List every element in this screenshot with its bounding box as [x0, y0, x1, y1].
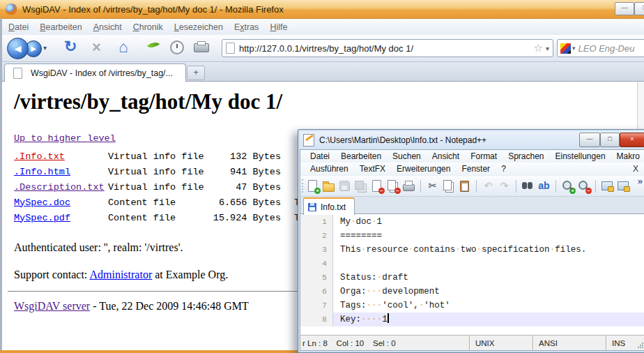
menu-item-ansicht[interactable]: Ansicht [88, 21, 128, 33]
editor-line[interactable]: 3This·resource·contains·two·specificatio… [300, 243, 644, 257]
editor-line[interactable]: 1My·doc·1 [300, 215, 644, 229]
menu-item-ausfhren[interactable]: Ausführen [305, 163, 354, 174]
file-link[interactable]: MySpec.doc [14, 197, 70, 208]
sync-vertical-icon[interactable] [601, 179, 614, 193]
notepadpp-titlebar[interactable]: C:\Users\Martin\Desktop\Info.txt - Notep… [300, 131, 644, 149]
editor-line[interactable]: 4 [300, 257, 644, 271]
addon-clock-icon[interactable] [170, 40, 184, 54]
print-button[interactable] [194, 43, 209, 52]
editor-line[interactable]: 5Status:·draft [300, 271, 644, 285]
editor-line[interactable]: 6Orga:···development [300, 285, 644, 299]
stop-button[interactable]: × [92, 38, 101, 57]
firefox-titlebar[interactable]: WsgiDAV - Index of /virtres/by_tag/hot/M… [0, 0, 644, 19]
back-button[interactable]: ◀ [7, 38, 29, 59]
editor-line[interactable]: 8Key:····1 [300, 313, 644, 326]
menu-item-suchen[interactable]: Suchen [387, 151, 427, 162]
tab-favicon [13, 68, 22, 79]
bookmark-star-icon[interactable]: ☆ [534, 42, 543, 54]
menu-item-bearbeiten[interactable]: Bearbeiten [335, 151, 387, 162]
menu-item-einstellungen[interactable]: Einstellungen [550, 151, 611, 162]
editor-line-text[interactable]: Orga:···development [333, 285, 644, 299]
menu-item-extras[interactable]: Extras [229, 21, 264, 33]
file-link[interactable]: .Info.html [14, 167, 70, 177]
text-caret [388, 313, 389, 323]
browser-tab[interactable]: WsgiDAV - Index of /virtres/by_tag/... [4, 63, 186, 82]
leo-search-engine-icon[interactable] [560, 43, 571, 54]
menu-item-makro[interactable]: Makro [611, 151, 644, 162]
editor-line[interactable]: 2======== [300, 229, 644, 243]
editor-line-text[interactable]: Status:·draft [333, 271, 644, 285]
line-number: 4 [300, 257, 333, 271]
eol-format-status[interactable]: UNIX [469, 336, 532, 350]
search-box[interactable]: ▾ LEO Eng-Deu [557, 39, 644, 57]
file-link[interactable]: .Description.txt [14, 182, 105, 193]
menu-item-fenster[interactable]: Fenster [456, 163, 496, 174]
menu-item-hilfe[interactable]: Hilfe [264, 21, 293, 33]
search-engine-dropdown-icon[interactable]: ▾ [572, 45, 576, 52]
copy-icon[interactable] [442, 179, 455, 193]
editor-line[interactable]: 7Tags:···'cool',·'hot' [300, 299, 644, 313]
editor-line-text[interactable]: Tags:···'cool',·'hot' [333, 299, 644, 313]
minimize-button[interactable]: — [615, 2, 634, 15]
restore-button[interactable]: □ [600, 133, 620, 147]
editor-line-text[interactable] [333, 257, 644, 271]
replace-icon[interactable]: ab [537, 179, 551, 193]
table-row: MySpec.pdfContent file15.924 BytesTu [14, 210, 305, 225]
table-row: MySpec.docContent file6.656 BytesTu [14, 195, 305, 210]
menu-item-datei[interactable]: Datei [305, 151, 335, 162]
close-document-icon[interactable]: X [633, 164, 644, 174]
reload-button[interactable]: ↻ [64, 38, 77, 56]
history-dropdown-icon[interactable]: ▾ [43, 44, 47, 52]
text-editor[interactable]: 1My·doc·12========3This·resource·contain… [300, 214, 644, 335]
zoom-in-icon[interactable]: + [561, 179, 574, 193]
whitespace-dot: · [377, 301, 383, 310]
file-link[interactable]: .Info.txt [14, 151, 65, 162]
encoding-status[interactable]: ANSI [532, 336, 606, 350]
search-placeholder[interactable]: LEO Eng-Deu [578, 43, 635, 54]
addon-leaf-icon[interactable] [147, 39, 160, 51]
find-icon[interactable] [521, 179, 535, 193]
maximize-button[interactable]: □ [634, 2, 644, 15]
menu-item-chronik[interactable]: Chronik [128, 21, 169, 33]
notepadpp-window-title: C:\Users\Martin\Desktop\Info.txt - Notep… [319, 135, 486, 145]
menu-item-sprachen[interactable]: Sprachen [503, 151, 549, 162]
up-to-higher-level-link[interactable]: Up to higher level [14, 133, 116, 144]
sync-horizontal-icon[interactable] [617, 179, 630, 193]
menu-item-textfx[interactable]: TextFX [354, 163, 391, 174]
close-file-icon[interactable]: − [370, 179, 383, 193]
menu-item-ansicht[interactable]: Ansicht [427, 151, 465, 162]
url-bar[interactable]: http://127.0.0.1/virtres/by_tag/hot/My d… [222, 39, 553, 57]
menu-item-[interactable]: ? [496, 163, 512, 174]
menu-item-format[interactable]: Format [465, 151, 503, 162]
menu-item-bearbeiten[interactable]: Bearbeiten [34, 21, 87, 33]
paste-icon[interactable] [458, 179, 471, 193]
print-icon[interactable] [402, 179, 415, 193]
notepadpp-toolbar: +−−✂↶↷ab+−» [300, 175, 644, 197]
editor-line-text[interactable]: ======== [333, 229, 644, 243]
editor-line-text[interactable]: This·resource·contains·two·specification… [333, 243, 644, 257]
new-tab-button[interactable]: + [187, 66, 205, 80]
file-size-cell: 47 Bytes [204, 179, 281, 195]
zoom-out-icon[interactable]: − [577, 179, 590, 193]
open-folder-icon[interactable] [322, 179, 335, 193]
cut-icon[interactable]: ✂ [426, 179, 439, 193]
new-file-icon[interactable]: + [306, 179, 319, 193]
minimize-button[interactable]: — [579, 133, 600, 147]
file-link[interactable]: MySpec.pdf [14, 213, 70, 223]
menu-item-datei[interactable]: Datei [3, 21, 34, 33]
menu-item-lesezeichen[interactable]: Lesezeichen [169, 21, 229, 33]
wsgidav-server-link[interactable]: WsgiDAV server [14, 300, 90, 312]
editor-line-text[interactable]: My·doc·1 [333, 215, 644, 229]
close-all-icon[interactable]: − [386, 179, 399, 193]
close-button[interactable]: × [620, 133, 644, 147]
administrator-link[interactable]: Administrator [89, 269, 152, 280]
resize-grip[interactable] [637, 342, 644, 349]
home-button[interactable]: ⌂ [118, 38, 128, 57]
document-tab[interactable]: Info.txt [303, 197, 355, 215]
url-dropdown-icon[interactable]: ▾ [546, 45, 549, 52]
url-text[interactable]: http://127.0.0.1/virtres/by_tag/hot/My d… [239, 43, 534, 54]
editor-line-text[interactable]: Key:····1 [333, 313, 644, 326]
menu-item-erweiterungen[interactable]: Erweiterungen [391, 163, 456, 174]
firefox-navbar: ◀ ▶ ▾ ↻ × ⌂ http://127.0.0.1/virtres/by_… [0, 35, 644, 62]
toolbar-overflow-icon[interactable]: » [638, 176, 643, 186]
